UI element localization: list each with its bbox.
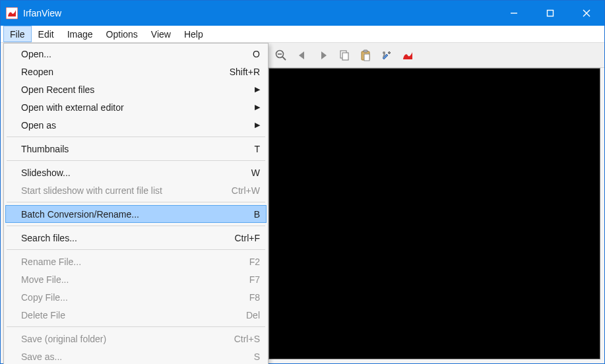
- chevron-right-icon: ▶: [255, 103, 260, 111]
- svg-rect-11: [364, 50, 367, 52]
- minimize-button[interactable]: [495, 1, 532, 26]
- menuitem-label: Copy File...: [21, 292, 249, 303]
- workspace: Open...OReopenShift+ROpen Recent files▶O…: [1, 43, 604, 363]
- menuitem-delete-file: Delete FileDel: [5, 306, 267, 324]
- app-window: IrfanView FileEditImageOptionsViewHelp O…: [0, 0, 605, 364]
- menu-separator: [7, 226, 265, 226]
- menuitem-save-original-folder: Save (original folder)Ctrl+S: [5, 330, 267, 348]
- menuitem-label: Batch Conversion/Rename...: [21, 209, 254, 220]
- menuitem-open-with-external-editor[interactable]: Open with external editor▶: [5, 98, 267, 116]
- copy-button[interactable]: [336, 47, 353, 64]
- menu-file[interactable]: File: [3, 26, 32, 42]
- menuitem-label: Reopen: [21, 67, 230, 77]
- menu-separator: [7, 160, 265, 161]
- menuitem-label: Open as: [21, 120, 260, 131]
- menuitem-shortcut: O: [253, 49, 260, 59]
- app-title: IrfanView: [23, 8, 495, 18]
- menuitem-shortcut: F8: [249, 292, 260, 303]
- menu-separator: [7, 202, 265, 202]
- menu-separator: [7, 136, 265, 137]
- menuitem-label: Delete File: [21, 310, 246, 320]
- chevron-right-icon: ▶: [255, 121, 260, 129]
- svg-rect-9: [342, 53, 348, 60]
- menu-view[interactable]: View: [144, 26, 177, 42]
- menu-edit[interactable]: Edit: [32, 26, 61, 42]
- paste-button[interactable]: [357, 47, 374, 64]
- menuitem-search-files[interactable]: Search files...Ctrl+F: [5, 229, 267, 247]
- menuitem-copy-file: Copy File...F8: [5, 288, 267, 306]
- menuitem-label: Move File...: [21, 274, 249, 285]
- menuitem-shortcut: Del: [246, 310, 260, 320]
- toolbar: [269, 43, 604, 68]
- menuitem-move-file: Move File...F7: [5, 270, 267, 288]
- svg-line-6: [282, 57, 286, 60]
- menu-separator: [7, 249, 265, 250]
- menuitem-label: Open with external editor: [21, 102, 260, 113]
- window-controls: [495, 1, 604, 26]
- menuitem-shortcut: F7: [249, 274, 260, 285]
- menuitem-label: Slideshow...: [21, 167, 251, 178]
- menu-options[interactable]: Options: [100, 26, 144, 42]
- file-menu-dropdown: Open...OReopenShift+ROpen Recent files▶O…: [3, 43, 269, 364]
- menuitem-open-recent-files[interactable]: Open Recent files▶: [5, 80, 267, 98]
- menu-help[interactable]: Help: [177, 26, 210, 42]
- maximize-button[interactable]: [532, 1, 568, 26]
- next-button[interactable]: [315, 47, 332, 64]
- menuitem-label: Open Recent files: [21, 84, 260, 95]
- titlebar: IrfanView: [1, 1, 604, 26]
- menuitem-label: Start slideshow with current file list: [21, 185, 232, 196]
- menuitem-label: Open...: [21, 49, 253, 59]
- menuitem-label: Search files...: [21, 233, 235, 243]
- menuitem-shortcut: F2: [249, 257, 260, 267]
- svg-rect-12: [364, 54, 369, 61]
- menu-separator: [7, 326, 265, 327]
- menuitem-shortcut: Shift+R: [230, 67, 260, 77]
- menuitem-shortcut: Ctrl+S: [234, 334, 260, 344]
- menuitem-shortcut: Ctrl+F: [235, 233, 261, 243]
- svg-rect-2: [547, 11, 553, 16]
- menuitem-save-as: Save as...S: [5, 348, 267, 364]
- menuitem-open[interactable]: Open...O: [5, 45, 267, 63]
- menuitem-label: Rename File...: [21, 257, 249, 267]
- menuitem-open-as[interactable]: Open as▶: [5, 116, 267, 134]
- app-icon: [6, 7, 18, 19]
- image-viewer[interactable]: [269, 68, 600, 359]
- menuitem-shortcut: Ctrl+W: [232, 185, 260, 196]
- menu-image[interactable]: Image: [61, 26, 100, 42]
- zoom-out-button[interactable]: [272, 47, 290, 64]
- settings-button[interactable]: [378, 47, 395, 64]
- menuitem-start-slideshow-with-current-file-list: Start slideshow with current file listCt…: [5, 181, 267, 199]
- mascot-icon[interactable]: [399, 47, 416, 64]
- menubar: FileEditImageOptionsViewHelp: [1, 26, 604, 43]
- menuitem-shortcut: W: [251, 167, 260, 178]
- menuitem-slideshow[interactable]: Slideshow...W: [5, 164, 267, 181]
- menuitem-rename-file: Rename File...F2: [5, 253, 267, 270]
- chevron-right-icon: ▶: [255, 85, 260, 94]
- menuitem-shortcut: S: [254, 351, 260, 362]
- prev-button[interactable]: [294, 47, 311, 64]
- menuitem-batch-conversion-rename[interactable]: Batch Conversion/Rename...B: [5, 205, 267, 223]
- close-button[interactable]: [568, 1, 604, 26]
- menuitem-label: Save as...: [21, 351, 254, 362]
- menuitem-label: Save (original folder): [21, 334, 234, 344]
- menuitem-shortcut: T: [254, 144, 260, 154]
- menuitem-reopen[interactable]: ReopenShift+R: [5, 63, 267, 80]
- menuitem-shortcut: B: [254, 209, 260, 220]
- menuitem-label: Thumbnails: [21, 144, 254, 154]
- menuitem-thumbnails[interactable]: ThumbnailsT: [5, 140, 267, 158]
